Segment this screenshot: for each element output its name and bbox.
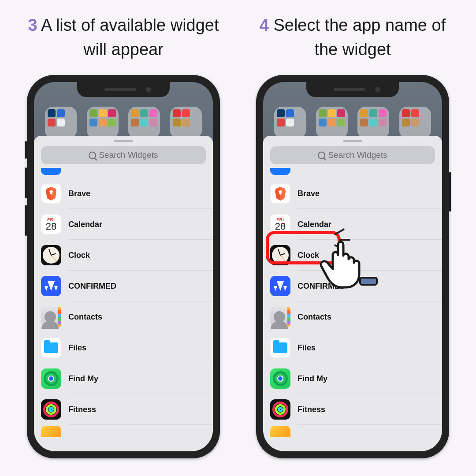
sheet-grabber[interactable] bbox=[114, 140, 133, 142]
search-placeholder: Search Widgets bbox=[328, 150, 387, 160]
list-item-brave[interactable]: Brave bbox=[41, 178, 213, 209]
widget-list[interactable]: Brave FRI 28 Calendar bbox=[34, 168, 213, 438]
confirmed-icon bbox=[270, 276, 290, 296]
findmy-icon bbox=[270, 368, 290, 389]
fitness-icon bbox=[270, 399, 290, 420]
search-placeholder: Search Widgets bbox=[99, 150, 158, 160]
list-item-brave[interactable]: Brave bbox=[270, 178, 442, 209]
phone-mockup-left: Search Widgets Brave FRI 28 bbox=[27, 75, 220, 458]
list-item-label: Find My bbox=[298, 374, 327, 383]
app-icon-partial bbox=[270, 168, 290, 175]
app-folder bbox=[170, 107, 202, 138]
list-item-label: Brave bbox=[298, 189, 320, 198]
files-icon bbox=[41, 338, 61, 358]
list-item-fitness[interactable]: Fitness bbox=[270, 394, 442, 425]
calendar-icon: FRI 28 bbox=[270, 214, 290, 234]
home-folders bbox=[263, 107, 442, 139]
app-icon-partial bbox=[41, 168, 61, 175]
home-folders bbox=[34, 107, 213, 139]
search-icon bbox=[318, 152, 325, 159]
app-folder bbox=[45, 107, 77, 138]
confirmed-icon bbox=[41, 276, 61, 296]
app-folder bbox=[316, 107, 348, 138]
list-item-label: Contacts bbox=[298, 312, 331, 322]
list-item-fitness[interactable]: Fitness bbox=[41, 394, 213, 425]
brave-icon bbox=[270, 183, 290, 204]
list-item-partial-bottom[interactable] bbox=[270, 425, 442, 438]
contacts-icon bbox=[41, 307, 61, 327]
search-input[interactable]: Search Widgets bbox=[41, 146, 206, 164]
calendar-day: 28 bbox=[46, 222, 56, 231]
list-item-label: Clock bbox=[298, 251, 319, 260]
brave-icon bbox=[41, 183, 61, 204]
list-item-label: Calendar bbox=[298, 220, 331, 229]
list-item-partial[interactable] bbox=[298, 168, 442, 178]
list-item-contacts[interactable]: Contacts bbox=[270, 301, 442, 332]
clock-icon bbox=[270, 245, 290, 265]
list-item-label: Find My bbox=[68, 374, 98, 383]
step-captions: 3 A list of available widget will appear… bbox=[0, 0, 476, 66]
list-item-findmy[interactable]: Find My bbox=[270, 363, 442, 394]
list-item-clock[interactable]: Clock bbox=[41, 240, 213, 271]
files-icon bbox=[270, 338, 290, 358]
phone-notch bbox=[306, 82, 399, 97]
app-icon-partial bbox=[41, 426, 61, 437]
phone-mockup-right: Search Widgets Brave FRI 28 bbox=[256, 75, 449, 458]
search-icon bbox=[89, 152, 96, 159]
list-item-label: Calendar bbox=[68, 220, 102, 229]
step-text: Select the app name of the widget bbox=[273, 16, 446, 59]
list-item-partial-bottom[interactable] bbox=[41, 425, 213, 438]
app-folder bbox=[87, 107, 119, 138]
list-item-confirmed[interactable]: CONFIRMED bbox=[41, 271, 213, 301]
widget-list[interactable]: Brave FRI 28 Calendar bbox=[263, 168, 442, 438]
list-item-label: Fitness bbox=[298, 405, 325, 414]
list-item-label: CONFIRMED bbox=[68, 282, 116, 291]
phone-notch bbox=[77, 82, 170, 97]
search-input[interactable]: Search Widgets bbox=[270, 146, 435, 164]
list-item-calendar[interactable]: FRI 28 Calendar bbox=[41, 209, 213, 240]
app-folder bbox=[128, 107, 160, 138]
list-item-label: Files bbox=[298, 343, 316, 353]
hand-pointer-icon bbox=[318, 234, 384, 297]
widget-picker-sheet: Search Widgets Brave FRI 28 bbox=[34, 136, 213, 451]
caption-step-4: 4 Select the app name of the widget bbox=[247, 13, 458, 62]
list-item-files[interactable]: Files bbox=[41, 332, 213, 363]
list-item-partial[interactable] bbox=[68, 168, 213, 178]
list-item-files[interactable]: Files bbox=[270, 332, 442, 363]
list-item-contacts[interactable]: Contacts bbox=[41, 301, 213, 332]
findmy-icon bbox=[41, 368, 61, 389]
app-folder bbox=[399, 107, 431, 138]
phone-row: Search Widgets Brave FRI 28 bbox=[0, 66, 476, 458]
list-item-label: Contacts bbox=[68, 312, 102, 322]
step-number: 3 bbox=[28, 16, 37, 34]
clock-icon bbox=[41, 245, 61, 265]
phone-screen: Search Widgets Brave FRI 28 bbox=[34, 82, 213, 451]
app-folder bbox=[357, 107, 389, 138]
calendar-day: 28 bbox=[275, 222, 286, 231]
list-item-label: Fitness bbox=[68, 405, 96, 414]
contacts-icon bbox=[270, 307, 290, 327]
step-number: 4 bbox=[260, 16, 269, 34]
app-folder bbox=[274, 107, 306, 138]
calendar-icon: FRI 28 bbox=[41, 214, 61, 234]
caption-step-3: 3 A list of available widget will appear bbox=[18, 13, 229, 62]
step-text: A list of available widget will appear bbox=[41, 16, 219, 59]
list-item-label: Brave bbox=[68, 189, 90, 198]
fitness-icon bbox=[41, 399, 61, 420]
app-icon-partial bbox=[270, 426, 290, 437]
list-item-label: Clock bbox=[68, 251, 90, 260]
sheet-grabber[interactable] bbox=[343, 140, 362, 142]
list-item-findmy[interactable]: Find My bbox=[41, 363, 213, 394]
list-item-label: Files bbox=[68, 343, 86, 353]
svg-rect-0 bbox=[360, 278, 377, 285]
